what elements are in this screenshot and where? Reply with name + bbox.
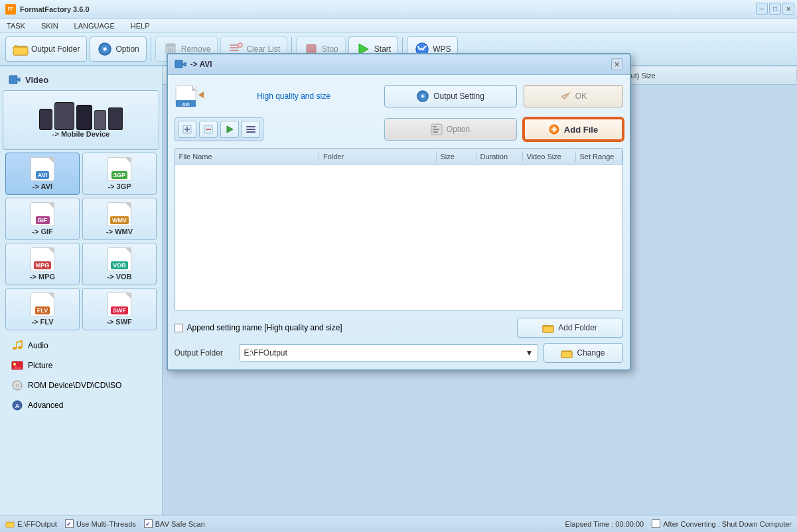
after-converting-status[interactable]: After Converting : Shut Down Computer bbox=[652, 519, 792, 528]
format-3gp[interactable]: 3GP -> 3GP bbox=[82, 153, 157, 195]
rom-category[interactable]: ROM Device\DVD\CD\ISO bbox=[5, 375, 157, 395]
mobile-devices-image bbox=[39, 102, 123, 130]
ok-button[interactable]: OK bbox=[524, 85, 623, 107]
multi-threads-status[interactable]: Use Multi-Threads bbox=[65, 519, 136, 528]
clear-list-label: Clear List bbox=[246, 44, 280, 54]
bav-checkbox[interactable] bbox=[144, 519, 153, 528]
audio-category[interactable]: Audio bbox=[5, 336, 157, 356]
flv-label: -> FLV bbox=[31, 318, 53, 326]
play-icon-button[interactable] bbox=[220, 121, 239, 138]
output-size-header: (Output) Size bbox=[607, 69, 797, 82]
close-button[interactable]: ✕ bbox=[782, 3, 794, 15]
settings-icon-button[interactable] bbox=[242, 121, 260, 138]
option-button[interactable]: Option bbox=[90, 36, 146, 62]
format-gif[interactable]: GIF -> GIF bbox=[5, 198, 80, 240]
gif-icon: GIF bbox=[31, 202, 54, 226]
add-icon-button[interactable] bbox=[178, 121, 196, 138]
menu-task[interactable]: TASK bbox=[4, 21, 28, 31]
output-row: Output Folder E:\FFOutput ▼ Change bbox=[175, 343, 623, 363]
mpg-icon: MPG bbox=[31, 247, 54, 271]
append-row: Append setting name [High quality and si… bbox=[175, 318, 623, 338]
format-wmv[interactable]: WMV -> WMV bbox=[82, 198, 157, 240]
svg-rect-20 bbox=[9, 76, 17, 84]
audio-label: Audio bbox=[28, 341, 48, 350]
dialog-second-row: Option Add File bbox=[175, 117, 623, 141]
multi-threads-checkbox[interactable] bbox=[65, 519, 74, 528]
wmv-label: -> WMV bbox=[106, 228, 133, 235]
svg-rect-55 bbox=[433, 131, 438, 133]
vob-icon: VOB bbox=[108, 247, 131, 271]
add-folder-label: Add Folder bbox=[558, 323, 597, 332]
menu-bar: TASK SKIN LANGUAGE HELP bbox=[0, 19, 797, 33]
svg-rect-5 bbox=[167, 43, 175, 44]
minimize-button[interactable]: ─ bbox=[756, 3, 768, 15]
toolbar-separator-1 bbox=[151, 37, 151, 61]
svg-rect-51 bbox=[246, 131, 255, 133]
file-table-body bbox=[175, 165, 622, 310]
ok-icon bbox=[559, 90, 571, 102]
avi-label: -> AVI bbox=[33, 182, 52, 190]
output-folder-button[interactable]: Output Folder bbox=[5, 36, 87, 62]
change-button[interactable]: Change bbox=[543, 343, 623, 363]
other-categories: Audio Picture bbox=[3, 333, 159, 418]
dialog-title-bar: -> AVI ✕ bbox=[168, 54, 630, 75]
dialog-title-left: -> AVI bbox=[175, 58, 212, 70]
bav-status[interactable]: BAV Safe Scan bbox=[144, 519, 205, 528]
file-name-header: File Name bbox=[175, 151, 319, 162]
status-bar: E:\FFOutput Use Multi-Threads BAV Safe S… bbox=[0, 515, 797, 532]
menu-help[interactable]: HELP bbox=[128, 21, 153, 31]
svg-line-24 bbox=[17, 341, 22, 342]
swf-icon: SWF bbox=[108, 293, 131, 316]
format-flv[interactable]: FLV -> FLV bbox=[5, 288, 80, 330]
output-setting-button[interactable]: Output Setting bbox=[384, 85, 517, 107]
add-file-button[interactable]: Add File bbox=[524, 118, 623, 141]
dialog-close-button[interactable]: ✕ bbox=[611, 58, 623, 70]
app-icon: FF bbox=[5, 4, 16, 15]
svg-rect-60 bbox=[543, 326, 553, 332]
audio-icon bbox=[11, 339, 24, 352]
svg-rect-17 bbox=[307, 44, 316, 54]
window-controls: ─ □ ✕ bbox=[756, 3, 794, 15]
3gp-label: -> 3GP bbox=[108, 182, 131, 190]
add-file-icon bbox=[548, 123, 560, 135]
size-header-dialog: Size bbox=[437, 151, 476, 162]
bav-label: BAV Safe Scan bbox=[155, 520, 205, 528]
picture-category[interactable]: Picture bbox=[5, 356, 157, 375]
format-swf[interactable]: SWF -> SWF bbox=[82, 288, 157, 330]
output-folder-label: Output Folder bbox=[31, 44, 80, 54]
svg-marker-42 bbox=[562, 94, 569, 99]
file-table: File Name Folder Size Duration Video Siz… bbox=[175, 148, 623, 311]
dropdown-arrow-icon: ▼ bbox=[526, 348, 534, 358]
wmv-icon: WMV bbox=[108, 202, 131, 226]
elapsed-time-text: Elapsed Time : 00:00:00 bbox=[565, 520, 644, 528]
output-path-dropdown[interactable]: E:\FFOutput ▼ bbox=[240, 344, 538, 362]
svg-rect-11 bbox=[230, 44, 239, 46]
svg-rect-33 bbox=[175, 60, 182, 68]
folder-icon bbox=[13, 41, 29, 57]
video-category-header: Video bbox=[3, 69, 159, 90]
shutdown-checkbox[interactable] bbox=[652, 519, 660, 528]
dialog-bottom: Append setting name [High quality and si… bbox=[175, 318, 623, 363]
svg-rect-1 bbox=[13, 47, 28, 55]
left-panel: Video -> Mobile Device AVI bbox=[0, 66, 163, 515]
duration-header: Duration bbox=[476, 151, 523, 162]
add-folder-icon bbox=[542, 322, 554, 334]
folder-header: Folder bbox=[319, 151, 437, 162]
advanced-category[interactable]: A Advanced bbox=[5, 395, 157, 415]
maximize-button[interactable]: □ bbox=[769, 3, 781, 15]
menu-skin[interactable]: SKIN bbox=[38, 21, 61, 31]
option-label: Option bbox=[115, 44, 139, 54]
format-vob[interactable]: VOB -> VOB bbox=[82, 243, 157, 285]
option-button-dialog[interactable]: Option bbox=[384, 118, 517, 141]
add-folder-button[interactable]: Add Folder bbox=[517, 318, 623, 338]
format-avi[interactable]: AVI -> AVI bbox=[5, 153, 80, 195]
quality-text: High quality and size bbox=[210, 92, 378, 101]
delete-icon-button[interactable] bbox=[199, 121, 218, 138]
mobile-device-item[interactable]: -> Mobile Device bbox=[3, 90, 159, 150]
format-mpg[interactable]: MPG -> MPG bbox=[5, 243, 80, 285]
menu-language[interactable]: LANGUAGE bbox=[72, 21, 117, 31]
option-icon-dialog bbox=[431, 123, 443, 135]
append-checkbox[interactable] bbox=[175, 324, 183, 332]
video-category-icon bbox=[8, 73, 21, 86]
picture-label: Picture bbox=[28, 361, 52, 370]
